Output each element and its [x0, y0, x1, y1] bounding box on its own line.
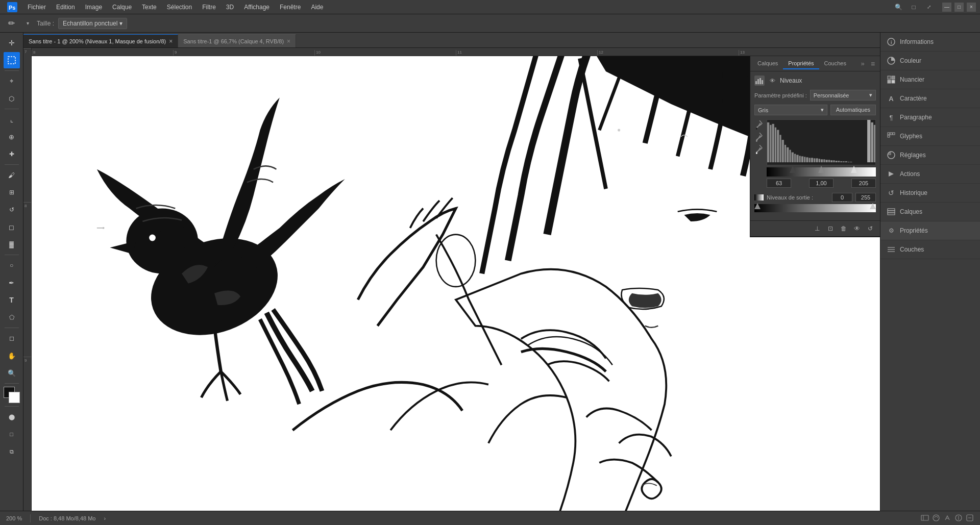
- tab-couches[interactable]: Couches: [819, 58, 851, 69]
- menu-filtre[interactable]: Filtre: [197, 2, 221, 13]
- panel-item-historique[interactable]: ↺ Historique: [880, 184, 980, 203]
- panel-item-caractere[interactable]: A Caractère: [880, 89, 980, 108]
- glyphes-icon: [887, 132, 896, 141]
- tab-1[interactable]: Sans titre - 1 @ 200% (Niveaux 1, Masque…: [23, 34, 178, 47]
- clone-tool[interactable]: ⊞: [4, 184, 20, 201]
- selection-tool[interactable]: [4, 52, 20, 68]
- black-input-value[interactable]: [767, 179, 791, 188]
- menu-affichage[interactable]: Affichage: [239, 2, 275, 13]
- panel-item-proprietes[interactable]: ⚙ Propriétés: [880, 221, 980, 240]
- tab-calques[interactable]: Calques: [752, 58, 783, 69]
- reset-btn[interactable]: ↺: [865, 223, 876, 234]
- white-input-handle[interactable]: [851, 166, 857, 173]
- input-levels-slider[interactable]: [767, 167, 876, 177]
- black-input-handle[interactable]: [790, 166, 796, 173]
- output-black-value[interactable]: [832, 193, 852, 202]
- levels-visibility-icon[interactable]: 👁: [768, 76, 777, 85]
- panel-item-nuancier[interactable]: Nuancier: [880, 70, 980, 89]
- menu-selection[interactable]: Sélection: [162, 2, 197, 13]
- status-icon-1[interactable]: [921, 514, 929, 523]
- crop-tool[interactable]: ⌞: [4, 111, 20, 128]
- menu-fenetre[interactable]: Fenêtre: [275, 2, 306, 13]
- path-tool[interactable]: ⬠: [4, 309, 20, 326]
- shape-tool[interactable]: ◻: [4, 330, 20, 346]
- menu-fichier[interactable]: Fichier: [22, 2, 51, 13]
- white-input-value[interactable]: [851, 179, 876, 188]
- close-button[interactable]: ×: [967, 3, 976, 12]
- dodge-tool[interactable]: ○: [4, 257, 20, 273]
- move-tool[interactable]: ✛: [4, 35, 20, 51]
- artwork-canvas[interactable]: Calques Propriétés Couches » ≡: [32, 56, 880, 511]
- menu-aide[interactable]: Aide: [306, 2, 328, 13]
- svg-rect-42: [828, 160, 830, 162]
- menu-calque[interactable]: Calque: [107, 2, 137, 13]
- pen-tool[interactable]: ✒: [4, 274, 20, 291]
- menu-edition[interactable]: Edition: [51, 2, 80, 13]
- healing-tool[interactable]: ✚: [4, 146, 20, 162]
- brush-tool[interactable]: 🖌: [4, 167, 20, 183]
- svg-text:Ps: Ps: [9, 5, 15, 11]
- black-point-eyedropper[interactable]: [754, 119, 765, 131]
- minimize-button[interactable]: —: [942, 3, 951, 12]
- zoom-tool[interactable]: 🔍: [4, 365, 20, 381]
- lasso-tool[interactable]: ⌖: [4, 73, 20, 89]
- gradient-tool[interactable]: ▓: [4, 236, 20, 253]
- delete-adjustment-btn[interactable]: 🗑: [838, 223, 849, 234]
- screen-mode-tool[interactable]: □: [4, 426, 20, 442]
- gray-input-handle[interactable]: [818, 166, 824, 173]
- panel-item-reglages[interactable]: Réglages: [880, 146, 980, 165]
- output-white-value[interactable]: [855, 193, 876, 202]
- panel-item-glyphes[interactable]: Glyphes: [880, 127, 980, 146]
- tab-1-close[interactable]: ×: [169, 38, 173, 45]
- menu-texte[interactable]: Texte: [137, 2, 162, 13]
- artboard-tool[interactable]: ⧉: [4, 443, 20, 460]
- workspace-icon[interactable]: □: [908, 1, 920, 13]
- text-tool[interactable]: T: [4, 292, 20, 308]
- hand-tool[interactable]: ✋: [4, 347, 20, 364]
- history-brush-tool[interactable]: ↺: [4, 202, 20, 218]
- tool-options-icon[interactable]: ▾: [22, 18, 33, 29]
- tab-proprietes[interactable]: Propriétés: [783, 58, 819, 69]
- menu-3d[interactable]: 3D: [221, 2, 239, 13]
- sample-dropdown[interactable]: Echantillon ponctuel ▾: [58, 18, 127, 29]
- panel-item-couches[interactable]: Couches: [880, 240, 980, 259]
- status-icon-3[interactable]: [943, 514, 951, 523]
- document-tabs: Sans titre - 1 @ 200% (Niveaux 1, Masque…: [23, 33, 880, 48]
- ruler-horizontal: 8 9 10 11 12 13: [32, 48, 880, 56]
- panel-expand-btn[interactable]: »: [857, 59, 868, 69]
- clip-to-layer-btn[interactable]: ⊥: [812, 223, 823, 234]
- eyedropper-tool[interactable]: ⊕: [4, 129, 20, 145]
- output-levels-slider[interactable]: [754, 204, 876, 212]
- status-icon-2[interactable]: [932, 514, 940, 523]
- panel-item-informations[interactable]: i Informations: [880, 33, 980, 52]
- gray-input-value[interactable]: [809, 179, 834, 188]
- search-icon[interactable]: 🔍: [892, 1, 904, 13]
- auto-button[interactable]: Automatiques: [830, 105, 876, 115]
- preset-dropdown[interactable]: Personnalisée ▾: [810, 90, 876, 101]
- output-black-handle[interactable]: [754, 203, 761, 209]
- tab-2[interactable]: Sans titre-1 @ 66,7% (Calque 4, RVB/8) ×: [178, 34, 296, 47]
- tab-2-close[interactable]: ×: [287, 38, 290, 45]
- magic-wand-tool[interactable]: ⬡: [4, 90, 20, 107]
- white-point-eyedropper[interactable]: [754, 144, 765, 155]
- expand-icon[interactable]: ⤢: [923, 1, 935, 13]
- panel-item-actions[interactable]: Actions: [880, 165, 980, 184]
- status-icon-4[interactable]: [954, 514, 963, 523]
- gray-point-eyedropper[interactable]: [754, 132, 765, 143]
- visibility-btn[interactable]: 👁: [851, 223, 863, 234]
- new-layer-btn[interactable]: ⊡: [825, 223, 836, 234]
- channel-dropdown[interactable]: Gris ▾: [754, 105, 827, 115]
- eraser-tool[interactable]: ◻: [4, 219, 20, 235]
- panel-menu-btn[interactable]: ≡: [868, 59, 878, 69]
- panel-item-couleur[interactable]: Couleur: [880, 52, 980, 70]
- panel-item-calques[interactable]: Calques: [880, 203, 980, 221]
- status-icon-5[interactable]: [966, 514, 974, 523]
- quick-mask-tool[interactable]: ⬤: [4, 409, 20, 425]
- panel-item-paragraphe[interactable]: ¶ Paragraphe: [880, 108, 980, 127]
- maximize-button[interactable]: □: [954, 3, 964, 12]
- output-white-handle[interactable]: [870, 203, 876, 209]
- color-swatches[interactable]: [3, 386, 21, 404]
- svg-rect-55: [754, 194, 764, 201]
- menu-image[interactable]: Image: [80, 2, 107, 13]
- status-arrow[interactable]: ›: [104, 515, 106, 521]
